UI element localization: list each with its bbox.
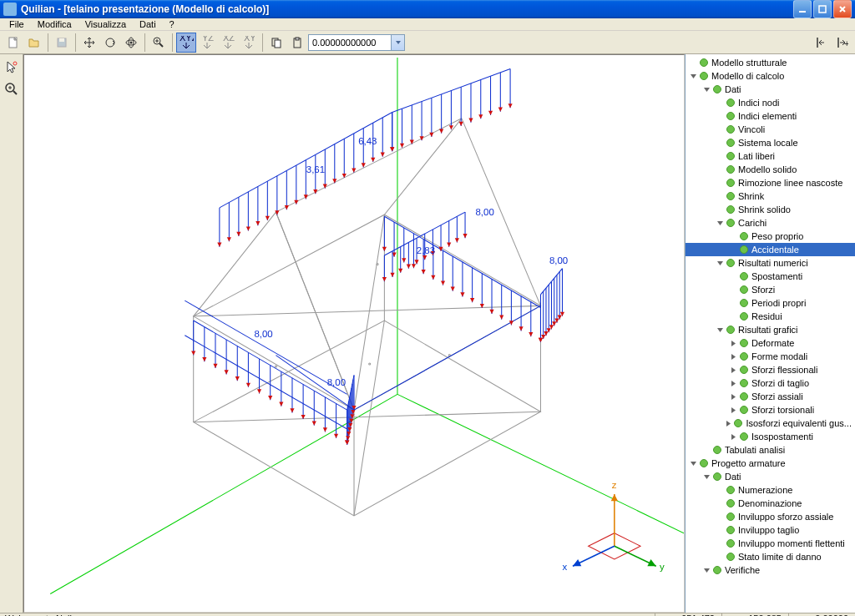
tree-item[interactable]: Risultati numerici [686,256,855,270]
collapse-icon[interactable] [716,326,725,335]
app-icon [3,3,17,16]
tree-item[interactable]: Progetto armature [686,457,855,470]
tree-item[interactable]: Accidentale [686,243,855,256]
tree-label: Sforzi assiali [751,391,803,401]
zoom-tool-icon[interactable] [2,79,22,99]
tree-item[interactable]: Deformate [686,336,855,350]
dropdown-icon[interactable] [392,34,405,51]
toggle-spacer [716,539,725,548]
menu-dati[interactable]: Dati [134,18,162,30]
bullet-icon [734,419,742,427]
collapse-icon[interactable] [716,219,725,228]
expand-icon[interactable] [729,339,738,348]
tree-item[interactable]: Sistema locale [686,136,855,149]
copy-icon[interactable] [266,33,286,53]
tree-item[interactable]: Residui [686,310,855,323]
collapse-icon[interactable] [689,72,698,81]
tree-item[interactable]: Indici nodi [686,96,855,109]
viewport-3d[interactable]: 6,43 3,61 8,00 2,83 8,00 8,00 8,00 z y x [23,54,685,613]
tree-item[interactable]: Sforzi [686,283,855,296]
tree-item[interactable]: Periodi propri [686,296,855,310]
collapse-icon[interactable] [716,259,725,268]
tree-label: Inviluppo sforzo assiale [738,512,833,522]
tree-item[interactable]: Inviluppo sforzo assiale [686,510,855,523]
tree-item[interactable]: Isospostamenti [686,430,855,443]
minimize-button[interactable] [793,0,812,18]
view-xy-icon[interactable]: XY [239,33,259,53]
tree-item[interactable]: Forme modali [686,350,855,363]
tree-item[interactable]: Shrink solido [686,203,855,216]
menu-file[interactable]: File [3,18,30,30]
expand-icon[interactable] [729,366,738,375]
tree-item[interactable]: Sforzi torsionali [686,403,855,417]
tree-item[interactable]: Verifiche [686,563,855,577]
value-field[interactable] [308,34,392,51]
tree-item[interactable]: Carichi [686,216,855,230]
toggle-spacer [716,112,725,121]
orbit-icon[interactable] [121,33,141,53]
tree-label: Modello di calcolo [711,71,784,81]
tree-item[interactable]: Risultati grafici [686,323,855,336]
value-input[interactable] [308,34,405,51]
tree-item[interactable]: Indici elementi [686,109,855,123]
expand-icon[interactable] [729,406,738,415]
menu-help[interactable]: ? [164,18,180,30]
view-xz-icon[interactable]: XZ [218,33,238,53]
rotate-icon[interactable] [100,33,120,53]
expand-icon[interactable] [725,419,733,428]
collapse-icon[interactable] [702,472,711,482]
expand-icon[interactable] [729,379,738,388]
bullet-icon [726,526,735,534]
tree-item[interactable]: Vincoli [686,123,855,136]
tree-item[interactable]: Shrink [686,189,855,203]
collapse-icon[interactable] [702,566,711,575]
view-xyz-icon[interactable]: XYZ [176,33,196,53]
tree-item[interactable]: Lati liberi [686,149,855,163]
tree-item[interactable]: Isosforzi equivalenti gus... [686,417,855,430]
tree-item[interactable]: Sforzi assiali [686,390,855,403]
bullet-icon [726,486,735,494]
tree-item[interactable]: Denominazione [686,497,855,510]
tree-item[interactable]: Peso proprio [686,230,855,243]
load-label: 6,43 [358,136,377,146]
view-yz-icon[interactable]: YZ [197,33,217,53]
tree-item[interactable]: Numerazione [686,483,855,497]
tree-item[interactable]: Dati [686,470,855,483]
tree-label: Deformate [751,338,794,348]
tree-item[interactable]: Stato limite di danno [686,550,855,563]
open-file-icon[interactable] [24,33,44,53]
paste-icon[interactable] [287,33,307,53]
svg-line-22 [397,394,684,533]
svg-marker-159 [407,264,411,268]
expand-icon[interactable] [729,392,738,401]
zoom-icon[interactable] [149,33,169,53]
collapse-icon[interactable] [689,459,698,468]
tree-item[interactable]: Inviluppo taglio [686,523,855,537]
pan-icon[interactable] [79,33,99,53]
save-icon[interactable] [52,33,72,53]
tree-item[interactable]: Dati [686,83,855,96]
tree-item[interactable]: Sforzi flessionali [686,363,855,376]
tree-item[interactable]: Modello strutturale [686,56,855,69]
collapse-left-icon[interactable] [811,33,831,53]
tree-item[interactable]: Modello solido [686,163,855,176]
collapse-icon[interactable] [702,85,711,94]
maximize-button[interactable] [813,0,832,18]
tree-item[interactable]: Spostamenti [686,270,855,283]
tree-item[interactable]: Rimozione linee nascoste [686,176,855,189]
new-file-icon[interactable] [3,33,23,53]
tree-label: Inviluppo taglio [738,525,799,535]
svg-marker-127 [519,326,524,331]
collapse-right-icon[interactable]: + [832,33,852,53]
close-button[interactable] [833,0,852,18]
tree-item[interactable]: Inviluppo momenti flettenti [686,537,855,550]
menu-visualizza[interactable]: Visualizza [79,18,132,30]
tree-item[interactable]: Tabulati analisi [686,443,855,457]
expand-icon[interactable] [729,432,738,442]
expand-icon[interactable] [729,352,738,361]
tree-item[interactable]: Sforzi di taglio [686,376,855,390]
cursor-tool-icon[interactable] [2,58,22,78]
tree-item[interactable]: Modello di calcolo [686,69,855,83]
menu-modifica[interactable]: Modifica [32,18,78,30]
tree-panel[interactable]: Modello strutturaleModello di calcoloDat… [685,54,855,613]
